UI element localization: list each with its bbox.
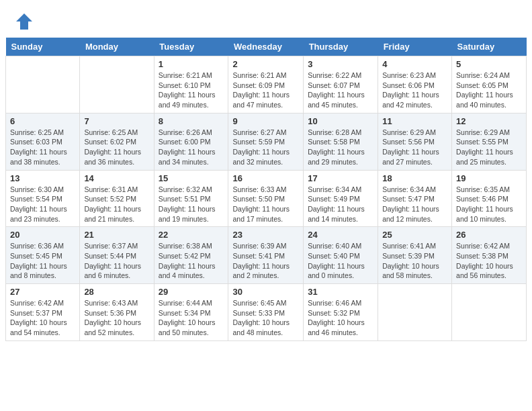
cell-date: 11 bbox=[382, 116, 447, 126]
cell-date: 12 bbox=[456, 116, 522, 126]
cell-info: Sunrise: 6:25 AMSunset: 6:03 PMDaylight:… bbox=[10, 128, 75, 167]
cell-info: Sunrise: 6:36 AMSunset: 5:45 PMDaylight:… bbox=[10, 241, 75, 281]
calendar-week-row: 1Sunrise: 6:21 AMSunset: 6:10 PMDaylight… bbox=[6, 56, 527, 113]
cell-date: 25 bbox=[382, 230, 447, 240]
calendar-cell: 23Sunrise: 6:39 AMSunset: 5:41 PMDayligh… bbox=[228, 227, 304, 284]
calendar-cell: 27Sunrise: 6:42 AMSunset: 5:37 PMDayligh… bbox=[6, 284, 80, 341]
calendar-cell: 19Sunrise: 6:35 AMSunset: 5:46 PMDayligh… bbox=[452, 170, 527, 227]
cell-date: 23 bbox=[232, 230, 299, 240]
weekday-header-thursday: Thursday bbox=[304, 38, 378, 56]
cell-date: 6 bbox=[10, 116, 75, 126]
calendar-cell: 24Sunrise: 6:40 AMSunset: 5:40 PMDayligh… bbox=[304, 227, 378, 284]
calendar-cell: 17Sunrise: 6:34 AMSunset: 5:49 PMDayligh… bbox=[304, 170, 378, 227]
cell-date: 7 bbox=[84, 116, 149, 126]
cell-info: Sunrise: 6:26 AMSunset: 6:00 PMDaylight:… bbox=[159, 128, 224, 167]
cell-info: Sunrise: 6:28 AMSunset: 5:58 PMDaylight:… bbox=[308, 128, 373, 167]
cell-info: Sunrise: 6:44 AMSunset: 5:34 PMDaylight:… bbox=[159, 298, 224, 338]
calendar-table: SundayMondayTuesdayWednesdayThursdayFrid… bbox=[5, 38, 527, 341]
calendar-cell: 29Sunrise: 6:44 AMSunset: 5:34 PMDayligh… bbox=[154, 284, 228, 341]
cell-date: 8 bbox=[159, 116, 224, 126]
cell-date: 2 bbox=[232, 59, 299, 69]
weekday-header-row: SundayMondayTuesdayWednesdayThursdayFrid… bbox=[6, 38, 527, 56]
calendar-cell: 4Sunrise: 6:23 AMSunset: 6:06 PMDaylight… bbox=[378, 56, 452, 113]
calendar-cell: 2Sunrise: 6:21 AMSunset: 6:09 PMDaylight… bbox=[228, 56, 304, 113]
cell-info: Sunrise: 6:29 AMSunset: 5:56 PMDaylight:… bbox=[382, 128, 447, 167]
cell-info: Sunrise: 6:21 AMSunset: 6:10 PMDaylight:… bbox=[159, 71, 224, 110]
calendar-cell bbox=[452, 284, 527, 341]
calendar-cell: 10Sunrise: 6:28 AMSunset: 5:58 PMDayligh… bbox=[304, 113, 378, 170]
cell-date: 19 bbox=[456, 173, 522, 183]
cell-info: Sunrise: 6:38 AMSunset: 5:42 PMDaylight:… bbox=[159, 241, 224, 281]
svg-marker-0 bbox=[16, 13, 32, 30]
cell-date: 29 bbox=[159, 287, 224, 297]
cell-info: Sunrise: 6:32 AMSunset: 5:51 PMDaylight:… bbox=[159, 185, 224, 224]
weekday-header-sunday: Sunday bbox=[6, 38, 80, 56]
cell-info: Sunrise: 6:35 AMSunset: 5:46 PMDaylight:… bbox=[456, 185, 522, 224]
calendar-cell: 20Sunrise: 6:36 AMSunset: 5:45 PMDayligh… bbox=[6, 227, 80, 284]
logo bbox=[13, 11, 38, 32]
cell-date: 30 bbox=[232, 287, 299, 297]
cell-info: Sunrise: 6:39 AMSunset: 5:41 PMDaylight:… bbox=[232, 241, 299, 281]
calendar-cell: 6Sunrise: 6:25 AMSunset: 6:03 PMDaylight… bbox=[6, 113, 80, 170]
weekday-header-wednesday: Wednesday bbox=[228, 38, 304, 56]
calendar-cell: 7Sunrise: 6:25 AMSunset: 6:02 PMDaylight… bbox=[80, 113, 154, 170]
calendar-cell: 26Sunrise: 6:42 AMSunset: 5:38 PMDayligh… bbox=[452, 227, 527, 284]
cell-info: Sunrise: 6:46 AMSunset: 5:32 PMDaylight:… bbox=[308, 298, 373, 338]
calendar-cell: 14Sunrise: 6:31 AMSunset: 5:52 PMDayligh… bbox=[80, 170, 154, 227]
cell-info: Sunrise: 6:25 AMSunset: 6:02 PMDaylight:… bbox=[84, 128, 149, 167]
calendar-week-row: 20Sunrise: 6:36 AMSunset: 5:45 PMDayligh… bbox=[6, 227, 527, 284]
calendar-cell bbox=[6, 56, 80, 113]
cell-date: 14 bbox=[84, 173, 149, 183]
cell-date: 9 bbox=[232, 116, 299, 126]
logo-icon bbox=[13, 11, 35, 32]
weekday-header-monday: Monday bbox=[80, 38, 154, 56]
calendar-cell: 16Sunrise: 6:33 AMSunset: 5:50 PMDayligh… bbox=[228, 170, 304, 227]
cell-info: Sunrise: 6:40 AMSunset: 5:40 PMDaylight:… bbox=[308, 241, 373, 281]
calendar-cell: 8Sunrise: 6:26 AMSunset: 6:00 PMDaylight… bbox=[154, 113, 228, 170]
cell-date: 31 bbox=[308, 287, 373, 297]
cell-date: 27 bbox=[10, 287, 75, 297]
weekday-header-saturday: Saturday bbox=[452, 38, 527, 56]
cell-info: Sunrise: 6:45 AMSunset: 5:33 PMDaylight:… bbox=[232, 298, 299, 338]
cell-date: 1 bbox=[159, 59, 224, 69]
cell-info: Sunrise: 6:21 AMSunset: 6:09 PMDaylight:… bbox=[232, 71, 299, 110]
calendar-cell bbox=[378, 284, 452, 341]
calendar-week-row: 6Sunrise: 6:25 AMSunset: 6:03 PMDaylight… bbox=[6, 113, 527, 170]
calendar-week-row: 13Sunrise: 6:30 AMSunset: 5:54 PMDayligh… bbox=[6, 170, 527, 227]
cell-info: Sunrise: 6:23 AMSunset: 6:06 PMDaylight:… bbox=[382, 71, 447, 110]
calendar-cell: 30Sunrise: 6:45 AMSunset: 5:33 PMDayligh… bbox=[228, 284, 304, 341]
cell-info: Sunrise: 6:34 AMSunset: 5:49 PMDaylight:… bbox=[308, 185, 373, 224]
cell-date: 3 bbox=[308, 59, 373, 69]
calendar-cell: 15Sunrise: 6:32 AMSunset: 5:51 PMDayligh… bbox=[154, 170, 228, 227]
cell-date: 5 bbox=[456, 59, 522, 69]
calendar-body: 1Sunrise: 6:21 AMSunset: 6:10 PMDaylight… bbox=[6, 56, 527, 341]
cell-date: 13 bbox=[10, 173, 75, 183]
calendar-cell: 9Sunrise: 6:27 AMSunset: 5:59 PMDaylight… bbox=[228, 113, 304, 170]
cell-info: Sunrise: 6:43 AMSunset: 5:36 PMDaylight:… bbox=[84, 298, 149, 338]
calendar-cell: 28Sunrise: 6:43 AMSunset: 5:36 PMDayligh… bbox=[80, 284, 154, 341]
cell-info: Sunrise: 6:29 AMSunset: 5:55 PMDaylight:… bbox=[456, 128, 522, 167]
weekday-header-tuesday: Tuesday bbox=[154, 38, 228, 56]
cell-info: Sunrise: 6:27 AMSunset: 5:59 PMDaylight:… bbox=[232, 128, 299, 167]
page-header bbox=[0, 0, 532, 38]
cell-info: Sunrise: 6:30 AMSunset: 5:54 PMDaylight:… bbox=[10, 185, 75, 224]
cell-date: 28 bbox=[84, 287, 149, 297]
calendar-cell: 11Sunrise: 6:29 AMSunset: 5:56 PMDayligh… bbox=[378, 113, 452, 170]
cell-date: 4 bbox=[382, 59, 447, 69]
cell-info: Sunrise: 6:34 AMSunset: 5:47 PMDaylight:… bbox=[382, 185, 447, 224]
cell-date: 21 bbox=[84, 230, 149, 240]
calendar-cell: 3Sunrise: 6:22 AMSunset: 6:07 PMDaylight… bbox=[304, 56, 378, 113]
cell-date: 24 bbox=[308, 230, 373, 240]
calendar-cell: 21Sunrise: 6:37 AMSunset: 5:44 PMDayligh… bbox=[80, 227, 154, 284]
cell-info: Sunrise: 6:22 AMSunset: 6:07 PMDaylight:… bbox=[308, 71, 373, 110]
cell-info: Sunrise: 6:24 AMSunset: 6:05 PMDaylight:… bbox=[456, 71, 522, 110]
calendar-cell: 25Sunrise: 6:41 AMSunset: 5:39 PMDayligh… bbox=[378, 227, 452, 284]
cell-date: 26 bbox=[456, 230, 522, 240]
cell-info: Sunrise: 6:41 AMSunset: 5:39 PMDaylight:… bbox=[382, 241, 447, 281]
cell-date: 20 bbox=[10, 230, 75, 240]
cell-info: Sunrise: 6:37 AMSunset: 5:44 PMDaylight:… bbox=[84, 241, 149, 281]
cell-date: 22 bbox=[159, 230, 224, 240]
calendar-cell: 12Sunrise: 6:29 AMSunset: 5:55 PMDayligh… bbox=[452, 113, 527, 170]
calendar-cell: 1Sunrise: 6:21 AMSunset: 6:10 PMDaylight… bbox=[154, 56, 228, 113]
cell-date: 10 bbox=[308, 116, 373, 126]
